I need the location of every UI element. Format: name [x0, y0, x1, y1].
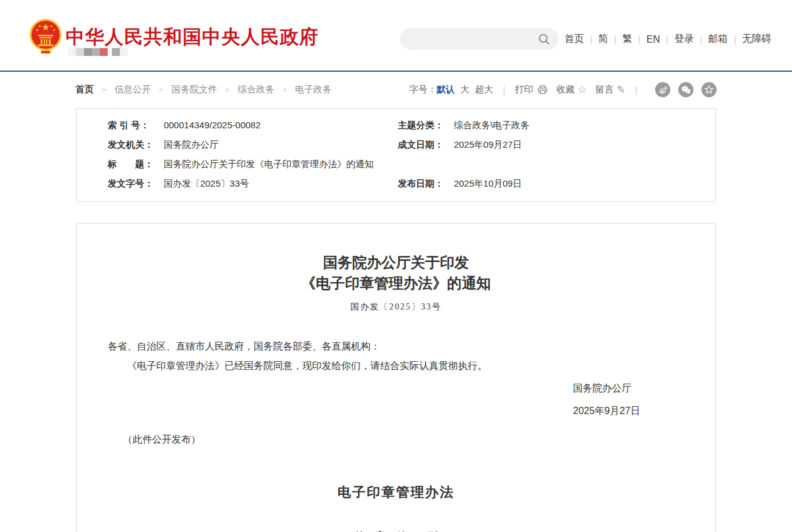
- document-title: 国务院办公厅关于印发 《电子印章管理办法》的通知: [77, 252, 715, 294]
- breadcrumb-general-affairs[interactable]: 综合政务: [238, 84, 274, 95]
- font-size-default[interactable]: 默认: [437, 84, 455, 95]
- pencil-icon: ✎: [617, 83, 625, 96]
- nav-login[interactable]: 登录: [675, 33, 694, 46]
- nav-accessibility[interactable]: 无障碍: [742, 33, 771, 46]
- qzone-share-button[interactable]: [701, 82, 717, 97]
- meta-row: 发文机关： 国务院办公厅 成文日期： 2025年09月27日: [77, 135, 715, 154]
- star-icon: ☆: [578, 83, 587, 96]
- breadcrumb: 首页 ＞ 信息公开 ＞ 国务院文件 ＞ 综合政务 ＞ 电子政务: [75, 84, 332, 95]
- meta-row: 发文字号： 国办发〔2025〕33号 发布日期： 2025年10月09日: [77, 174, 715, 193]
- print-button[interactable]: 打印: [515, 84, 548, 95]
- meta-published-date-label: 发布日期：: [398, 174, 451, 193]
- meta-category-label: 主题分类：: [398, 116, 451, 135]
- signature-date: 2025年9月27日: [573, 401, 715, 421]
- weibo-icon: [658, 85, 668, 95]
- meta-docnum-value: 国办发〔2025〕33号: [164, 178, 249, 188]
- comment-button[interactable]: 留言 ✎: [596, 83, 625, 96]
- meta-row: 标 题： 国务院办公厅关于印发《电子印章管理办法》的通知: [77, 154, 715, 174]
- wechat-share-button[interactable]: [678, 82, 693, 97]
- breadcrumb-toolbar-row: 首页 ＞ 信息公开 ＞ 国务院文件 ＞ 综合政务 ＞ 电子政务 字号： 默认 大…: [75, 82, 717, 97]
- nav-english[interactable]: EN: [647, 34, 660, 45]
- font-size-label: 字号：: [409, 84, 437, 95]
- share-buttons: [647, 82, 717, 97]
- body-paragraph: 《电子印章管理办法》已经国务院同意，现印发给你们，请结合实际认真贯彻执行。: [108, 356, 715, 376]
- wechat-icon: [681, 85, 691, 94]
- weibo-share-button[interactable]: [655, 82, 670, 97]
- favorite-button[interactable]: 收藏 ☆: [557, 83, 587, 96]
- font-size-xlarge[interactable]: 超大: [475, 84, 493, 95]
- meta-written-date-value: 2025年09月27日: [454, 139, 522, 150]
- breadcrumb-info-disclosure[interactable]: 信息公开: [114, 84, 151, 95]
- breadcrumb-home[interactable]: 首页: [75, 84, 94, 95]
- document-metadata: 索 引 号： 000014349/2025-00082 主题分类： 综合政务\电…: [76, 108, 716, 202]
- meta-row: 索 引 号： 000014349/2025-00082 主题分类： 综合政务\电…: [77, 116, 715, 135]
- search-box: [400, 28, 558, 50]
- site-header: 中华人民共和国中央人民政府 首页 | 简 | 繁 | EN | 登录 | 邮箱 …: [0, 0, 792, 72]
- breadcrumb-e-government[interactable]: 电子政务: [295, 84, 332, 95]
- public-release-note: （此件公开发布）: [123, 430, 715, 449]
- meta-issuer-value: 国务院办公厅: [164, 139, 218, 150]
- national-emblem-icon: [28, 18, 63, 55]
- nav-traditional[interactable]: 繁: [622, 33, 632, 46]
- chapter-heading: 第一章 总 则: [77, 530, 715, 532]
- regulation-title: 电子印章管理办法: [77, 483, 715, 502]
- font-size-large[interactable]: 大: [460, 84, 470, 95]
- site-title: 中华人民共和国中央人民政府: [66, 24, 319, 50]
- meta-index-label: 索 引 号：: [108, 116, 161, 135]
- blurred-site-url: [68, 48, 128, 56]
- meta-title-label: 标 题：: [108, 154, 161, 174]
- meta-published-date-value: 2025年10月09日: [454, 178, 522, 188]
- meta-title-value: 国务院办公厅关于印发《电子印章管理办法》的通知: [164, 159, 373, 169]
- meta-issuer-label: 发文机关：: [108, 135, 161, 154]
- nav-simplified[interactable]: 简: [599, 33, 608, 46]
- nav-home[interactable]: 首页: [564, 33, 584, 46]
- nav-mail[interactable]: 邮箱: [708, 33, 728, 46]
- salutation: 各省、自治区、直辖市人民政府，国务院各部委、各直属机构：: [108, 337, 715, 356]
- meta-category-value: 综合政务\电子政务: [454, 120, 529, 130]
- search-input[interactable]: [400, 28, 538, 50]
- breadcrumb-state-council-docs[interactable]: 国务院文件: [172, 84, 217, 95]
- document-number: 国办发〔2025〕33号: [77, 302, 715, 313]
- search-icon[interactable]: [538, 33, 551, 46]
- printer-icon: [537, 85, 548, 95]
- document-content: 国务院办公厅关于印发 《电子印章管理办法》的通知 国办发〔2025〕33号 各省…: [76, 223, 716, 532]
- signature-issuer: 国务院办公厅: [573, 378, 715, 398]
- document-body: 各省、自治区、直辖市人民政府，国务院各部委、各直属机构： 《电子印章管理办法》已…: [77, 337, 715, 532]
- meta-docnum-label: 发文字号：: [108, 174, 161, 193]
- meta-index-value: 000014349/2025-00082: [164, 120, 260, 130]
- qzone-icon: [704, 85, 714, 94]
- page: 中华人民共和国中央人民政府 首页 | 简 | 繁 | EN | 登录 | 邮箱 …: [0, 0, 792, 532]
- top-nav: 首页 | 简 | 繁 | EN | 登录 | 邮箱 | 无障碍: [564, 33, 771, 46]
- meta-written-date-label: 成文日期：: [398, 135, 451, 154]
- article-toolbar: 字号： 默认 大 超大 | 打印 收藏 ☆ 留言 ✎ |: [409, 82, 717, 97]
